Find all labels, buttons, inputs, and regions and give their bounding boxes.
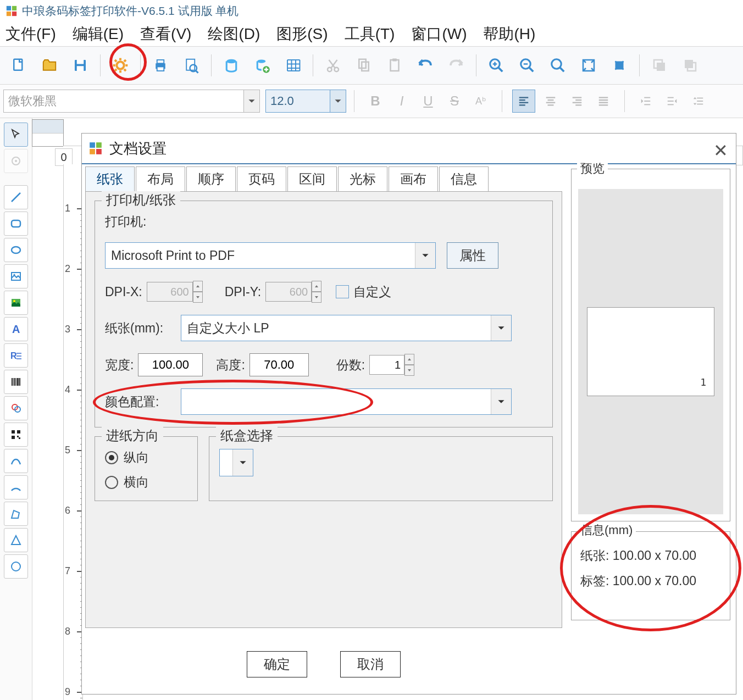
dpix-down[interactable] bbox=[193, 292, 203, 303]
tab-paper[interactable]: 纸张 bbox=[85, 166, 135, 192]
copies-up[interactable] bbox=[404, 354, 414, 365]
ellipse-tool[interactable] bbox=[4, 238, 28, 262]
richtext-tool[interactable]: R bbox=[4, 343, 28, 368]
printer-combo[interactable]: Microsoft Print to PDF bbox=[105, 242, 436, 269]
height-input[interactable] bbox=[249, 353, 309, 376]
line-spacing-button[interactable] bbox=[687, 90, 709, 112]
tray-combo[interactable] bbox=[219, 449, 253, 476]
barcode-tool[interactable] bbox=[4, 370, 28, 394]
tab-layout[interactable]: 布局 bbox=[136, 166, 185, 192]
line-tool[interactable] bbox=[4, 185, 28, 209]
dpix-spinner[interactable] bbox=[147, 281, 203, 303]
dpix-input[interactable] bbox=[147, 282, 193, 302]
image-tool[interactable] bbox=[4, 264, 28, 288]
arc-tool[interactable] bbox=[4, 475, 28, 499]
zoom-in-button[interactable] bbox=[483, 52, 509, 79]
fit-page-button[interactable] bbox=[575, 52, 602, 79]
svg-rect-55 bbox=[657, 63, 665, 71]
cancel-button[interactable]: 取消 bbox=[340, 651, 401, 677]
paste-button[interactable] bbox=[381, 52, 408, 79]
fit-width-button[interactable] bbox=[606, 52, 633, 79]
open-doc-button[interactable] bbox=[36, 52, 63, 79]
svg-line-86 bbox=[12, 193, 20, 202]
cut-button[interactable] bbox=[320, 52, 346, 79]
grid-button[interactable] bbox=[280, 52, 306, 79]
copies-down[interactable] bbox=[404, 365, 414, 376]
menu-view[interactable]: 查看(V) bbox=[138, 21, 193, 47]
strike-button[interactable]: S bbox=[443, 90, 465, 112]
dpiy-spinner[interactable] bbox=[265, 281, 321, 303]
send-back-button[interactable] bbox=[677, 52, 703, 79]
tab-cursor[interactable]: 光标 bbox=[338, 166, 387, 192]
font-name-combo[interactable]: 微软雅黑 bbox=[3, 90, 244, 113]
copies-input[interactable] bbox=[369, 355, 404, 375]
text-tool[interactable]: A bbox=[4, 317, 28, 341]
align-center-button[interactable] bbox=[540, 90, 562, 112]
copy-button[interactable] bbox=[351, 52, 377, 79]
circle-tool[interactable] bbox=[4, 554, 28, 579]
undo-button[interactable] bbox=[412, 52, 439, 79]
indent-left-button[interactable] bbox=[635, 90, 657, 112]
database-button[interactable] bbox=[218, 52, 245, 79]
landscape-radio[interactable] bbox=[105, 476, 118, 489]
print-preview-button[interactable] bbox=[178, 52, 204, 79]
menu-shape[interactable]: 图形(S) bbox=[274, 21, 330, 47]
doc-subwindow[interactable] bbox=[32, 119, 64, 147]
align-justify-button[interactable] bbox=[592, 90, 614, 112]
portrait-radio[interactable] bbox=[105, 451, 118, 464]
save-button[interactable] bbox=[67, 52, 93, 79]
database-add-button[interactable] bbox=[249, 52, 275, 79]
triangle-tool[interactable] bbox=[4, 528, 28, 552]
polygon-tool[interactable] bbox=[4, 502, 28, 526]
italic-button[interactable]: I bbox=[391, 90, 413, 112]
zoom-out-button[interactable] bbox=[514, 52, 540, 79]
menu-file[interactable]: 文件(F) bbox=[3, 21, 58, 47]
picture-tool[interactable] bbox=[4, 291, 28, 315]
tab-order[interactable]: 顺序 bbox=[186, 166, 236, 192]
dialog-close-button[interactable]: ✕ bbox=[713, 140, 728, 161]
pointer-tool[interactable] bbox=[4, 123, 28, 147]
width-input[interactable] bbox=[138, 353, 203, 376]
printer-properties-button[interactable]: 属性 bbox=[447, 242, 498, 269]
tab-canvas[interactable]: 画布 bbox=[389, 166, 438, 192]
bring-front-button[interactable] bbox=[646, 52, 673, 79]
tab-info[interactable]: 信息 bbox=[439, 166, 489, 192]
doc-settings-button[interactable] bbox=[107, 52, 134, 79]
font-name-dropdown[interactable] bbox=[244, 90, 260, 113]
zoom-actual-button[interactable] bbox=[545, 52, 571, 79]
paper-size-combo[interactable]: 自定义大小 LP bbox=[181, 315, 512, 341]
bold-button[interactable]: B bbox=[364, 90, 386, 112]
menu-tools[interactable]: 工具(T) bbox=[342, 21, 397, 47]
tab-panel-paper: 打印机/纸张 打印机: Microsoft Print to PDF bbox=[85, 191, 562, 628]
menu-help[interactable]: 帮助(H) bbox=[481, 21, 537, 47]
tab-pageno[interactable]: 页码 bbox=[237, 166, 286, 192]
superscript-button[interactable]: Aᵇ bbox=[470, 90, 492, 112]
font-size-combo[interactable]: 12.0 bbox=[265, 90, 330, 113]
copies-spinner[interactable] bbox=[369, 354, 414, 376]
dpiy-down[interactable] bbox=[312, 292, 321, 303]
underline-button[interactable]: U bbox=[417, 90, 439, 112]
menu-edit[interactable]: 编辑(E) bbox=[70, 21, 126, 47]
redo-button[interactable] bbox=[443, 52, 469, 79]
svg-rect-98 bbox=[12, 378, 13, 386]
roundrect-tool[interactable] bbox=[4, 212, 28, 236]
align-right-button[interactable] bbox=[566, 90, 588, 112]
dpix-up[interactable] bbox=[193, 281, 203, 292]
pan-tool[interactable] bbox=[4, 149, 28, 173]
new-doc-button[interactable] bbox=[5, 52, 32, 79]
menu-draw[interactable]: 绘图(D) bbox=[206, 21, 262, 47]
align-left-button[interactable] bbox=[512, 90, 535, 113]
dpiy-up[interactable] bbox=[312, 281, 321, 292]
qrcode-tool[interactable] bbox=[4, 423, 28, 447]
dpiy-input[interactable] bbox=[265, 282, 312, 302]
ok-button[interactable]: 确定 bbox=[247, 651, 307, 677]
colorcfg-combo[interactable] bbox=[181, 388, 512, 415]
vector-import-tool[interactable] bbox=[4, 396, 28, 420]
tab-range[interactable]: 区间 bbox=[287, 166, 337, 192]
curve-tool[interactable] bbox=[4, 449, 28, 473]
custom-dpi-checkbox[interactable] bbox=[336, 285, 349, 298]
print-button[interactable] bbox=[147, 52, 174, 79]
menu-window[interactable]: 窗口(W) bbox=[409, 21, 469, 47]
font-size-dropdown[interactable] bbox=[330, 90, 346, 113]
indent-right-button[interactable] bbox=[661, 90, 683, 112]
